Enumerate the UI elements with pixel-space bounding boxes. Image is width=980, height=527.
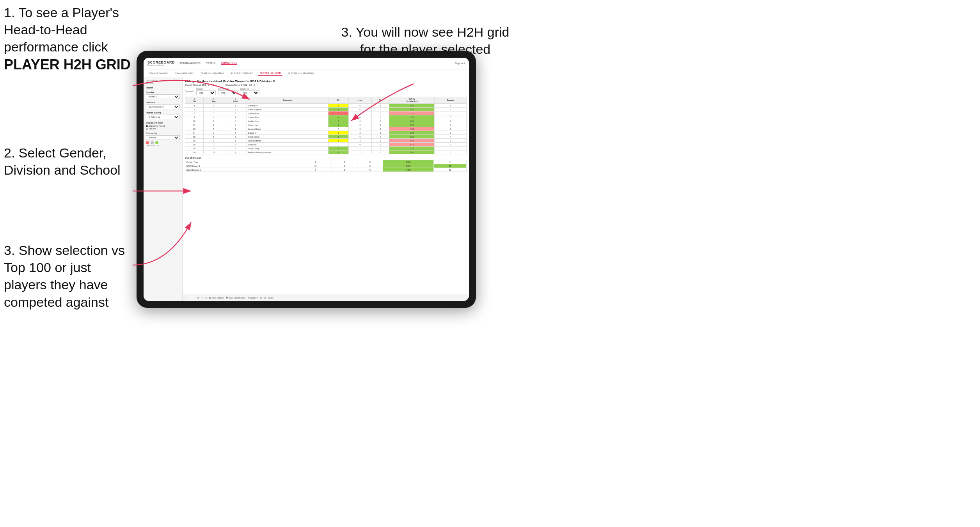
col-tie: Tie bbox=[372, 97, 389, 104]
cell-diff: 1.25 bbox=[389, 135, 435, 139]
tablet-screen: SCOREBOARD Powered by clippd TOURNAMENTS… bbox=[144, 58, 469, 301]
cell-diff: 4.00 bbox=[389, 108, 435, 111]
cell-tie: 0 bbox=[372, 123, 389, 127]
cell-win: 0 bbox=[328, 127, 348, 131]
cell-opponent: Sydney Kuo bbox=[247, 111, 328, 115]
subnav-player-summary[interactable]: PLAYER SUMMARY bbox=[229, 71, 254, 75]
colour-down bbox=[146, 141, 149, 144]
toolbar-refresh[interactable]: ↰ bbox=[201, 297, 203, 299]
cell-ood-rounds: 10 bbox=[434, 168, 467, 172]
cell-win: 4 bbox=[328, 147, 348, 150]
toolbar-share[interactable]: Share bbox=[268, 297, 273, 299]
subnav-team-h2h-grid[interactable]: TEAM H2H GRID bbox=[174, 71, 195, 75]
bottom-toolbar: ↩ ← → ⊞ ↰ ⊙ 🖼 View: Original 💾 Save Cust… bbox=[183, 294, 469, 301]
col-rounds: Rounds bbox=[435, 97, 467, 104]
colour-by-select[interactable]: Win/loss bbox=[146, 135, 180, 140]
cell-conf: 5 bbox=[224, 135, 247, 139]
cell-win: 0 bbox=[328, 111, 348, 115]
grid-subtitle: Overall Record: 353 - 34 - 6 Division Re… bbox=[185, 84, 467, 86]
table-row: 9 1 4 Sharon Mun 1 0 0 3.67 3 bbox=[185, 115, 467, 119]
col-diff: Diff AvStrokes/Rnd bbox=[389, 97, 435, 104]
cell-opponent: Sharon Mun bbox=[247, 115, 328, 119]
cell-ood-loss: 0 bbox=[332, 160, 357, 164]
cell-diff: 0.38 bbox=[389, 131, 435, 135]
cell-win: 1 bbox=[328, 115, 348, 119]
cell-opponent: Eunice Yi bbox=[247, 131, 328, 135]
cell-reg: 11 bbox=[204, 150, 224, 154]
cell-rounds: 3 bbox=[435, 108, 467, 111]
cell-diff: 1.33 bbox=[389, 150, 435, 154]
sign-out-button[interactable]: Sign out bbox=[455, 62, 465, 65]
toolbar-icon1[interactable]: ⊡ bbox=[260, 297, 262, 299]
cell-ood-tie: 0 bbox=[357, 160, 383, 164]
instruction-2: 2. Select Gender, Division and School bbox=[4, 144, 137, 179]
cell-tie: 0 bbox=[372, 135, 389, 139]
col-opponent: Opponent bbox=[247, 97, 328, 104]
cell-opponent: Heejo Hyun bbox=[247, 123, 328, 127]
cell-tie: 0 bbox=[372, 150, 389, 154]
toolbar-settings[interactable]: ⊙ bbox=[205, 297, 207, 299]
grid-panel: Katelyn Vo Head-to-Head Grid for Women's… bbox=[183, 77, 469, 301]
toolbar-watch[interactable]: 👁 Watch ▼ bbox=[248, 297, 258, 299]
cell-ood-rounds: 30 bbox=[434, 164, 467, 168]
cell-div: 14 bbox=[185, 131, 204, 135]
nav-teams[interactable]: TEAMS bbox=[206, 62, 215, 65]
cell-win: 1 bbox=[328, 104, 348, 108]
col-reg: #Reg bbox=[204, 97, 224, 104]
toolbar-grid[interactable]: ⊞ bbox=[197, 297, 199, 299]
cell-win: 0 bbox=[328, 143, 348, 147]
cell-ood-loss: 0 bbox=[332, 168, 357, 172]
cell-win: 2 bbox=[328, 131, 348, 135]
tablet-frame: SCOREBOARD Powered by clippd TOURNAMENTS… bbox=[137, 51, 476, 308]
cell-conf: 3 bbox=[224, 111, 247, 115]
cell-reg: 2 bbox=[204, 123, 224, 127]
toolbar-undo[interactable]: ↩ bbox=[185, 297, 186, 299]
cell-div: 16 bbox=[185, 139, 204, 143]
filter-opponent-select[interactable]: (All) bbox=[240, 90, 259, 95]
toolbar-view-original[interactable]: 🖼 View: Original bbox=[209, 297, 224, 299]
out-of-division-row: Foreign Team 1 0 0 4.500 2 bbox=[185, 160, 467, 164]
cell-ood-loss: 0 bbox=[332, 164, 357, 168]
cell-tie: 0 bbox=[372, 139, 389, 143]
cell-conf: 2 bbox=[224, 143, 247, 147]
cell-opponent: Andrea York bbox=[247, 119, 328, 123]
toolbar-icon2[interactable]: ⊡ bbox=[264, 297, 266, 299]
cell-div: 11 bbox=[185, 123, 204, 127]
cell-diff: 3.67 bbox=[389, 115, 435, 119]
h2h-table: #Div #Reg #Conf Opponent Win Loss Tie Di… bbox=[185, 97, 467, 154]
cell-diff: -3.00 bbox=[389, 127, 435, 131]
cell-ood-win: 1 bbox=[299, 160, 332, 164]
opponent-view-section: Opponent view Opponents Played Top 100 bbox=[146, 122, 180, 130]
cell-rounds bbox=[435, 111, 467, 115]
subnav-team-summary[interactable]: TEAM SUMMARY bbox=[147, 71, 170, 75]
cell-reg: 1 bbox=[204, 104, 224, 108]
gender-select[interactable]: Women's Men's bbox=[146, 94, 180, 99]
nav-committee[interactable]: COMMITTEE bbox=[221, 62, 237, 65]
filter-conference-select[interactable]: (All) bbox=[218, 90, 238, 95]
radio-opponents-played[interactable]: Opponents Played bbox=[146, 125, 180, 127]
division-select[interactable]: NCAA Division III NCAA Division I NCAA D… bbox=[146, 104, 180, 109]
radio-dot bbox=[146, 128, 148, 130]
out-of-division-table: Foreign Team 1 0 0 4.500 2 NAIA Division… bbox=[185, 160, 467, 172]
subnav-team-h2h-heatmap[interactable]: TEAM H2H HEATMAP bbox=[199, 71, 226, 75]
player-rank-select[interactable]: 8. Katelyn Vo bbox=[146, 115, 180, 119]
cell-opponent: Emily Chang bbox=[247, 147, 328, 150]
toolbar-forward[interactable]: → bbox=[193, 297, 195, 299]
cell-opponent: Esther Lee bbox=[247, 104, 328, 108]
cell-conf: 4 bbox=[224, 131, 247, 135]
toolbar-back[interactable]: ← bbox=[189, 297, 191, 299]
cell-win: 1 bbox=[328, 108, 348, 111]
cell-div: 6 bbox=[185, 111, 204, 115]
table-row: 11 2 5 Heejo Hyun 1 0 0 3.33 3 bbox=[185, 123, 467, 127]
cell-rounds: 9 bbox=[435, 131, 467, 135]
subnav-player-h2h-heatmap[interactable]: PLAYER H2H HEATMAP bbox=[286, 71, 316, 75]
radio-top100[interactable]: Top 100 bbox=[146, 127, 180, 130]
out-of-division: Out of division Foreign Team 1 0 0 4.500… bbox=[185, 157, 467, 172]
cell-rounds: 11 bbox=[435, 147, 467, 150]
nav-tournaments[interactable]: TOURNAMENTS bbox=[179, 62, 201, 65]
toolbar-save-custom[interactable]: 💾 Save Custom View bbox=[226, 297, 245, 299]
subnav-player-h2h-grid[interactable]: PLAYER H2H GRID bbox=[258, 71, 282, 76]
cell-opponent: Federica Domecq Lacroze bbox=[247, 150, 328, 154]
filter-region-select[interactable]: (All) bbox=[196, 90, 216, 95]
player-section: Player bbox=[146, 87, 180, 89]
